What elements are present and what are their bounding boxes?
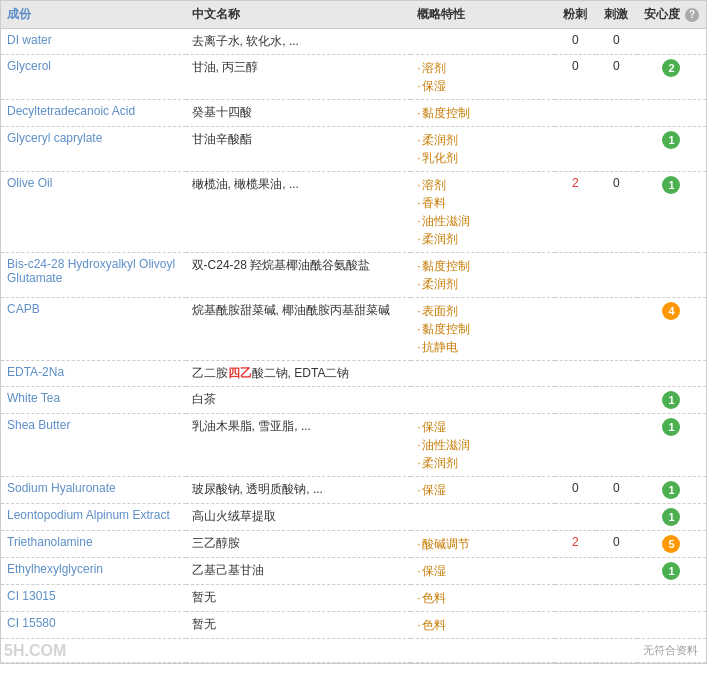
ingredient-link[interactable]: CI 13015 — [7, 589, 56, 603]
safety-badge-cell: 4 — [637, 298, 706, 361]
chinese-name: 去离子水, 软化水, ... — [186, 29, 412, 55]
property-tag: 黏度控制 — [417, 257, 549, 275]
safety-badge-cell — [637, 253, 706, 298]
rough-value — [555, 414, 596, 477]
ingredient-link[interactable]: Olive Oil — [7, 176, 52, 190]
safety-badge: 1 — [662, 418, 680, 436]
property-tag: 色料 — [417, 616, 549, 634]
rough-value — [555, 298, 596, 361]
chinese-name: 癸基十四酸 — [186, 100, 412, 127]
rough-value — [555, 558, 596, 585]
property-tag: 保湿 — [417, 418, 549, 436]
rough-value: 2 — [555, 531, 596, 558]
table-row: DI water去离子水, 软化水, ...00 — [1, 29, 706, 55]
chinese-name: 玻尿酸钠, 透明质酸钠, ... — [186, 477, 412, 504]
rough-value — [555, 612, 596, 639]
stimulate-value — [596, 558, 637, 585]
ingredient-link[interactable]: CAPB — [7, 302, 40, 316]
ingredient-link[interactable]: Sodium Hyaluronate — [7, 481, 116, 495]
stimulate-value — [596, 253, 637, 298]
properties-cell: 色料 — [411, 612, 555, 639]
header-ingredient: 成份 — [1, 1, 186, 29]
property-tag: 酸碱调节 — [417, 535, 549, 553]
stimulate-number: 0 — [613, 481, 620, 495]
property-tag: 表面剂 — [417, 302, 549, 320]
table-row: EDTA-2Na乙二胺四乙酸二钠, EDTA二钠 — [1, 361, 706, 387]
ingredient-link[interactable]: EDTA-2Na — [7, 365, 64, 379]
footer-text: 无符合资料 — [1, 639, 706, 663]
ingredient-link[interactable]: Bis-c24-28 Hydroxyalkyl Olivoyl Glutamat… — [7, 257, 175, 285]
property-tag: 保湿 — [417, 562, 549, 580]
header-safety: 安心度 ? — [637, 1, 706, 29]
property-tag: 乳化剂 — [417, 149, 549, 167]
header-chinese: 中文名称 — [186, 1, 412, 29]
properties-cell — [411, 504, 555, 531]
rough-value: 2 — [555, 172, 596, 253]
safety-badge-cell — [637, 612, 706, 639]
safety-badge-cell: 1 — [637, 387, 706, 414]
stimulate-number: 0 — [613, 176, 620, 190]
properties-cell: 表面剂黏度控制抗静电 — [411, 298, 555, 361]
safety-badge-cell — [637, 585, 706, 612]
stimulate-number: 0 — [613, 59, 620, 73]
safety-badge-cell: 1 — [637, 558, 706, 585]
properties-cell: 溶剂香料油性滋润柔润剂 — [411, 172, 555, 253]
safety-badge-cell: 5 — [637, 531, 706, 558]
safety-badge: 2 — [662, 59, 680, 77]
rough-value — [555, 387, 596, 414]
table-row: Olive Oil橄榄油, 橄榄果油, ...溶剂香料油性滋润柔润剂201 — [1, 172, 706, 253]
header-properties: 概略特性 — [411, 1, 555, 29]
stimulate-value: 0 — [596, 172, 637, 253]
ingredient-link[interactable]: Ethylhexylglycerin — [7, 562, 103, 576]
chinese-name: 乙二胺四乙酸二钠, EDTA二钠 — [186, 361, 412, 387]
ingredient-link[interactable]: Decyltetradecanoic Acid — [7, 104, 135, 118]
ingredient-link[interactable]: Glycerol — [7, 59, 51, 73]
stimulate-value — [596, 504, 637, 531]
rough-number: 2 — [572, 176, 579, 190]
chinese-name: 三乙醇胺 — [186, 531, 412, 558]
table-row: Sodium Hyaluronate玻尿酸钠, 透明质酸钠, ...保湿001 — [1, 477, 706, 504]
chinese-name: 橄榄油, 橄榄果油, ... — [186, 172, 412, 253]
ingredient-link[interactable]: Triethanolamine — [7, 535, 93, 549]
properties-cell: 黏度控制柔润剂 — [411, 253, 555, 298]
stimulate-value — [596, 414, 637, 477]
table-row: CI 15580暂无色料 — [1, 612, 706, 639]
stimulate-value: 0 — [596, 531, 637, 558]
properties-cell: 酸碱调节 — [411, 531, 555, 558]
properties-cell: 色料 — [411, 585, 555, 612]
property-tag: 柔润剂 — [417, 454, 549, 472]
ingredient-link[interactable]: Glyceryl caprylate — [7, 131, 102, 145]
rough-value — [555, 504, 596, 531]
safety-badge: 1 — [662, 176, 680, 194]
rough-number: 2 — [572, 535, 579, 549]
table-row: Ethylhexylglycerin乙基己基甘油保湿1 — [1, 558, 706, 585]
rough-value — [555, 253, 596, 298]
safety-badge: 4 — [662, 302, 680, 320]
properties-cell: 溶剂保湿 — [411, 55, 555, 100]
safety-badge-cell: 1 — [637, 172, 706, 253]
safety-badge: 1 — [662, 481, 680, 499]
safety-badge: 1 — [662, 391, 680, 409]
table-container: 成份 中文名称 概略特性 粉刺 刺激 安心度 ? DI water去离子水, 软… — [0, 0, 707, 664]
ingredient-table-wrapper: 成份 中文名称 概略特性 粉刺 刺激 安心度 ? DI water去离子水, 软… — [0, 0, 707, 664]
rough-value — [555, 100, 596, 127]
safety-help-icon[interactable]: ? — [685, 8, 699, 22]
ingredient-link[interactable]: CI 15580 — [7, 616, 56, 630]
ingredient-link[interactable]: Shea Butter — [7, 418, 70, 432]
ingredient-link[interactable]: Leontopodium Alpinum Extract — [7, 508, 170, 522]
property-tag: 保湿 — [417, 77, 549, 95]
property-tag: 保湿 — [417, 481, 549, 499]
ingredient-link[interactable]: White Tea — [7, 391, 60, 405]
safety-badge-cell — [637, 361, 706, 387]
header-rough: 粉刺 — [555, 1, 596, 29]
ingredient-link[interactable]: DI water — [7, 33, 52, 47]
stimulate-number: 0 — [613, 535, 620, 549]
table-header-row: 成份 中文名称 概略特性 粉刺 刺激 安心度 ? — [1, 1, 706, 29]
properties-cell — [411, 29, 555, 55]
rough-number: 0 — [572, 33, 579, 47]
property-tag: 油性滋润 — [417, 436, 549, 454]
table-row: CAPB烷基酰胺甜菜碱, 椰油酰胺丙基甜菜碱表面剂黏度控制抗静电4 — [1, 298, 706, 361]
table-row: Shea Butter乳油木果脂, 雪亚脂, ...保湿油性滋润柔润剂1 — [1, 414, 706, 477]
stimulate-value — [596, 387, 637, 414]
safety-badge-cell: 1 — [637, 414, 706, 477]
